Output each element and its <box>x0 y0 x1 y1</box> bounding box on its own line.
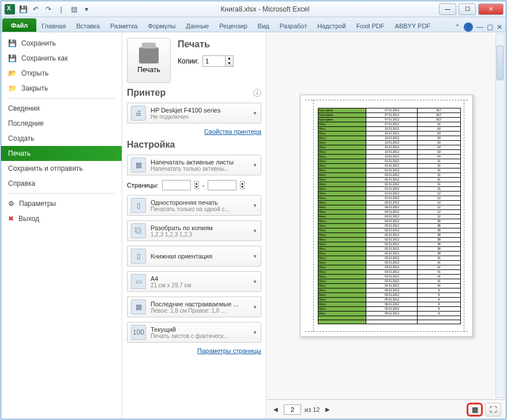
chevron-down-icon: ▼ <box>253 330 257 335</box>
table-row: Мясо02.01.201238 <box>318 238 460 242</box>
printer-info-icon[interactable]: i <box>253 89 261 97</box>
table-row: Мясо01.01.201231 <box>318 187 460 192</box>
excel-icon <box>5 4 15 14</box>
scaling-icon: 100 <box>131 325 146 340</box>
sidebar-item-help[interactable]: Справка <box>1 176 122 191</box>
table-row: Мясо05.01.20129 <box>318 298 460 302</box>
tab-foxit[interactable]: Foxit PDF <box>351 20 390 32</box>
page-setup-link[interactable]: Параметры страницы <box>127 347 261 354</box>
minimize-button[interactable]: — <box>439 3 456 15</box>
pages-label: Страницы: <box>127 182 159 189</box>
sides-select[interactable]: ▯ Односторонняя печать Печатать только н… <box>127 195 261 216</box>
sidebar-item-save-send[interactable]: Сохранить и отправить <box>1 161 122 176</box>
pages-to-down[interactable]: ▼ <box>241 185 244 189</box>
show-margins-button[interactable]: ▦ <box>467 403 483 417</box>
pages-sep: - <box>202 182 205 189</box>
maximize-button[interactable]: ☐ <box>459 3 476 15</box>
print-settings-panel: Печать Печать Копии: ▲▼ Принтер i <box>122 32 266 419</box>
margin-guide <box>305 331 468 332</box>
sidebar-item-open[interactable]: 📂Открыть <box>1 66 122 81</box>
close-button[interactable]: ✕ <box>478 3 504 15</box>
preview-footer: ◀ из 12 ▶ ▦ ⛶ <box>266 399 506 419</box>
tab-data[interactable]: Данные <box>181 20 214 32</box>
table-row: Мясо01.01.201231 <box>318 159 460 164</box>
sheets-icon: ▦ <box>131 158 146 172</box>
page-number-input[interactable] <box>284 404 301 415</box>
print-button[interactable]: Печать <box>127 38 171 83</box>
pages-from-down[interactable]: ▼ <box>195 185 198 189</box>
table-row: Мясо03.01.201231 <box>318 173 460 178</box>
help-icon[interactable]: ? <box>464 22 473 32</box>
tab-home[interactable]: Главная <box>36 20 71 32</box>
tab-layout[interactable]: Разметка <box>105 20 143 32</box>
collate-select[interactable]: ⿻ Разобрать по копиям 1,2,3 1,2,3 1,2,3 … <box>127 220 261 241</box>
setting-label: A4 <box>151 275 248 282</box>
doc-close-icon[interactable]: ✕ <box>497 23 502 31</box>
preview-data-table: Картофель07.01.2012817Картофель07.01.201… <box>318 108 461 324</box>
print-what-select[interactable]: ▦ Напечатать активные листы Напечатать т… <box>127 155 261 175</box>
orientation-select[interactable]: ▯ Книжная ориентация ▼ <box>127 246 261 267</box>
scaling-select[interactable]: 100 Текущий Печать листов с фактическ...… <box>127 322 261 343</box>
undo-icon[interactable]: ↶ <box>30 3 42 15</box>
sidebar-item-label: Сохранить <box>21 39 56 47</box>
table-row: Мясо05.01.201238 <box>318 224 460 228</box>
table-row: Мясо10.01.201263 <box>318 136 460 141</box>
table-row: Картофель07.01.2012817 <box>318 118 460 122</box>
page-prev-button[interactable]: ◀ <box>271 405 280 414</box>
page-next-button[interactable]: ▶ <box>323 405 332 414</box>
table-row: Мясо03.01.201241 <box>318 279 460 284</box>
sidebar-item-recent[interactable]: Последние <box>1 116 122 131</box>
sidebar-item-save[interactable]: 💾Сохранить <box>1 36 122 51</box>
copies-input[interactable] <box>203 56 225 66</box>
tab-addins[interactable]: Надстрой <box>312 20 351 32</box>
preview-page: Картофель07.01.2012817Картофель07.01.201… <box>300 95 473 337</box>
setting-sublabel: Печатать только на одной с... <box>151 206 248 212</box>
setting-label: Текущий <box>151 326 248 333</box>
printer-header: Принтер <box>127 88 166 98</box>
copies-spinner[interactable]: ▲▼ <box>202 55 234 67</box>
sidebar-item-exit[interactable]: ✖Выход <box>1 211 122 226</box>
spinner-down-icon[interactable]: ▼ <box>226 61 233 66</box>
sidebar-item-new[interactable]: Создать <box>1 131 122 146</box>
doc-restore-icon[interactable]: ▢ <box>487 23 493 31</box>
table-row: Мясо10.01.201263 <box>318 127 460 132</box>
printer-status: Не подключен <box>151 114 248 120</box>
tab-insert[interactable]: Вставка <box>71 20 105 32</box>
tab-file[interactable]: Файл <box>2 18 36 32</box>
tab-formulas[interactable]: Формулы <box>143 20 181 32</box>
save-icon[interactable]: 💾 <box>17 3 29 15</box>
sidebar-item-info[interactable]: Сведения <box>1 101 122 116</box>
printer-properties-link[interactable]: Свойства принтера <box>127 128 261 135</box>
paper-select[interactable]: ▭ A4 21 см x 29,7 см ▼ <box>127 271 261 292</box>
tab-review[interactable]: Рецензир <box>214 20 253 32</box>
pages-from-input[interactable] <box>162 180 191 190</box>
print-preview-icon[interactable]: ▤ <box>68 3 80 15</box>
redo-icon[interactable]: ↷ <box>43 3 54 15</box>
zoom-to-page-button[interactable]: ⛶ <box>485 403 501 417</box>
doc-minimize-icon[interactable]: — <box>476 23 483 31</box>
spinner-up-icon[interactable]: ▲ <box>226 56 233 61</box>
table-row: Мясо05.01.20129 <box>318 307 460 312</box>
setting-sublabel: 21 см x 29,7 см <box>151 282 248 288</box>
margin-guide <box>313 100 314 332</box>
sidebar-item-options[interactable]: ⚙Параметры <box>1 196 122 211</box>
chevron-down-icon: ▼ <box>253 305 257 310</box>
sidebar-item-label: Последние <box>8 119 44 127</box>
tab-view[interactable]: Вид <box>253 20 275 32</box>
tab-abbyy[interactable]: ABBYY PDF <box>390 20 436 32</box>
table-row: Мясо02.01.201238 <box>318 233 460 238</box>
table-row: Мясо06.01.20129 <box>318 302 460 307</box>
margins-select[interactable]: ▦ Последние настраиваемые ... Левое: 1,8… <box>127 297 261 317</box>
sidebar-item-save-as[interactable]: 💾Сохранить как <box>1 51 122 66</box>
sidebar-item-print[interactable]: Печать <box>1 146 122 161</box>
printer-select[interactable]: 🖨 HP Deskjet F4100 series Не подключен ▼ <box>127 103 261 123</box>
table-row: Мясо03.01.201212 <box>318 215 460 219</box>
printer-device-icon: 🖨 <box>131 106 146 121</box>
sidebar-item-close[interactable]: 📁Закрыть <box>1 81 122 96</box>
qat-more-icon[interactable]: ▾ <box>81 3 92 15</box>
sidebar-item-label: Параметры <box>19 200 56 208</box>
tab-developer[interactable]: Разработ <box>275 20 312 32</box>
pages-to-input[interactable] <box>208 180 236 190</box>
ribbon-minimize-icon[interactable]: ⌃ <box>455 23 460 31</box>
backstage-sidebar: 💾Сохранить 💾Сохранить как 📂Открыть 📁Закр… <box>1 32 122 419</box>
